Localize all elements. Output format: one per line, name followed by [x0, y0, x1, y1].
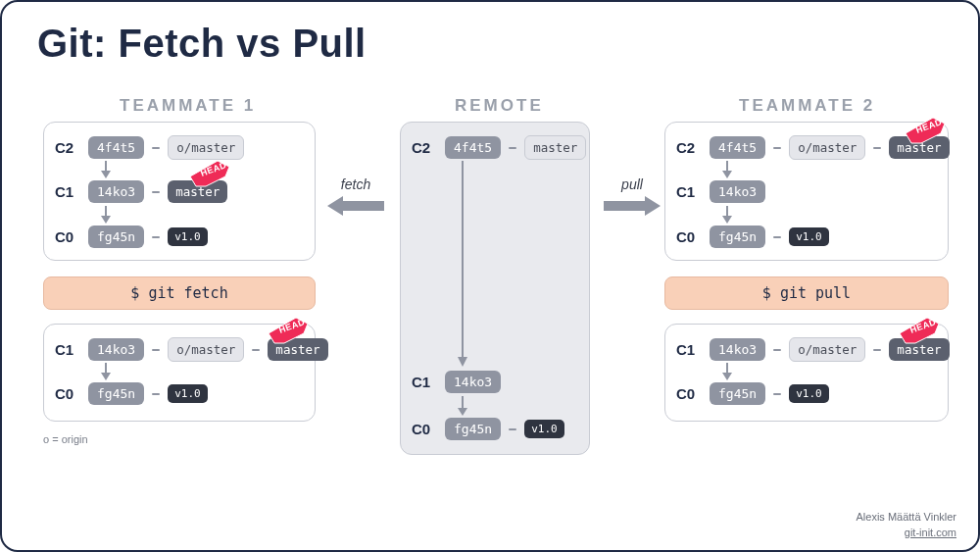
branch-omaster: o/master — [789, 135, 865, 160]
commit-label: C0 — [676, 385, 702, 402]
connector — [873, 349, 881, 351]
commit-label: C1 — [676, 341, 702, 358]
command-git-pull: $ git pull — [664, 276, 949, 310]
head-flag-icon: HEAD — [906, 114, 949, 143]
panel-remote — [400, 122, 590, 455]
header-teammate1: TEAMMATE 1 — [120, 96, 256, 116]
head-flag-icon: HEAD — [190, 157, 233, 186]
arrow-down-icon — [98, 161, 114, 178]
diagram-canvas: Git: Fetch vs Pull TEAMMATE 1 REMOTE TEA… — [0, 0, 980, 552]
connector — [152, 191, 160, 193]
t1a-c0: C0 fg45n v1.0 — [55, 382, 208, 405]
header-remote: REMOTE — [455, 96, 544, 116]
connector — [873, 147, 881, 149]
commit-label: C1 — [412, 374, 437, 390]
connector — [152, 236, 160, 238]
commit-hash: fg45n — [445, 418, 501, 440]
credit-name: Alexis Määttä Vinkler — [856, 510, 956, 525]
page-title: Git: Fetch vs Pull — [37, 22, 367, 66]
commit-hash: 4f4t5 — [445, 136, 501, 159]
pull-arrow-icon: pull — [604, 176, 661, 218]
commit-label: C1 — [55, 183, 80, 200]
branch-master: master — [524, 135, 586, 160]
connector — [152, 147, 160, 149]
header-teammate2: TEAMMATE 2 — [739, 96, 875, 116]
tag-v1: v1.0 — [168, 227, 208, 246]
arrow-down-icon — [455, 161, 470, 367]
arrow-label: fetch — [341, 176, 370, 192]
svg-marker-19 — [722, 216, 732, 224]
connector — [509, 147, 516, 149]
commit-label: C2 — [55, 139, 80, 156]
arrow-label: pull — [621, 176, 643, 192]
t2b-c0: C0 fg45n v1.0 — [676, 226, 829, 248]
remote-c0: C0 fg45n v1.0 — [412, 418, 564, 440]
t2b-c1: C1 14ko3 — [676, 180, 765, 203]
svg-marker-5 — [604, 196, 661, 216]
svg-marker-7 — [101, 171, 111, 178]
commit-label: C0 — [55, 228, 80, 245]
tag-v1: v1.0 — [168, 384, 208, 403]
commit-hash: fg45n — [710, 226, 765, 248]
credit-block: Alexis Määttä Vinkler git-init.com — [856, 510, 956, 540]
connector — [773, 393, 781, 395]
connector — [152, 349, 160, 351]
head-flag-icon: HEAD — [269, 314, 312, 343]
connector — [252, 349, 260, 351]
arrow-down-icon — [719, 363, 735, 380]
remote-c1: C1 14ko3 — [412, 371, 501, 393]
svg-marker-23 — [722, 373, 732, 380]
connector — [773, 349, 781, 351]
connector — [152, 393, 160, 395]
commit-label: C0 — [676, 228, 702, 245]
tag-v1: v1.0 — [789, 384, 829, 403]
svg-marker-9 — [101, 216, 111, 224]
commit-label: C1 — [55, 341, 80, 358]
head-flag-icon: HEAD — [900, 314, 943, 343]
commit-label: C2 — [412, 139, 437, 156]
t1b-c0: C0 fg45n v1.0 — [55, 226, 208, 248]
commit-hash: fg45n — [88, 382, 144, 405]
arrow-down-icon — [719, 206, 735, 224]
commit-hash: 4f4t5 — [710, 136, 765, 159]
commit-hash: 14ko3 — [710, 338, 765, 361]
commit-hash: 14ko3 — [88, 180, 144, 203]
commit-hash: fg45n — [710, 382, 765, 405]
svg-marker-1 — [458, 357, 467, 367]
tag-v1: v1.0 — [789, 227, 829, 246]
credit-url: git-init.com — [856, 526, 956, 540]
remote-c2: C2 4f4t5 master — [412, 135, 586, 160]
connector — [773, 236, 781, 238]
commit-hash: 14ko3 — [88, 338, 144, 361]
branch-omaster: o/master — [168, 337, 244, 362]
commit-hash: 14ko3 — [710, 180, 765, 203]
arrow-down-icon — [98, 206, 114, 224]
arrow-down-icon — [719, 161, 735, 178]
commit-label: C1 — [676, 183, 702, 200]
branch-omaster: o/master — [789, 337, 865, 362]
svg-marker-4 — [327, 196, 384, 216]
commit-label: C2 — [676, 139, 702, 156]
connector — [773, 147, 781, 149]
commit-hash: 4f4t5 — [88, 136, 144, 159]
svg-marker-3 — [458, 408, 467, 416]
tag-v1: v1.0 — [524, 420, 564, 438]
command-git-fetch: $ git fetch — [43, 276, 316, 310]
svg-marker-17 — [722, 171, 732, 178]
commit-label: C0 — [55, 385, 80, 402]
commit-hash: 14ko3 — [445, 371, 501, 393]
connector — [509, 428, 516, 430]
arrow-down-icon — [98, 363, 114, 380]
commit-label: C0 — [412, 421, 437, 437]
footnote: o = origin — [43, 433, 88, 445]
svg-marker-13 — [101, 373, 111, 380]
fetch-arrow-icon: fetch — [327, 176, 384, 218]
commit-hash: fg45n — [88, 226, 144, 248]
arrow-down-icon — [455, 396, 470, 416]
t2a-c0: C0 fg45n v1.0 — [676, 382, 829, 405]
